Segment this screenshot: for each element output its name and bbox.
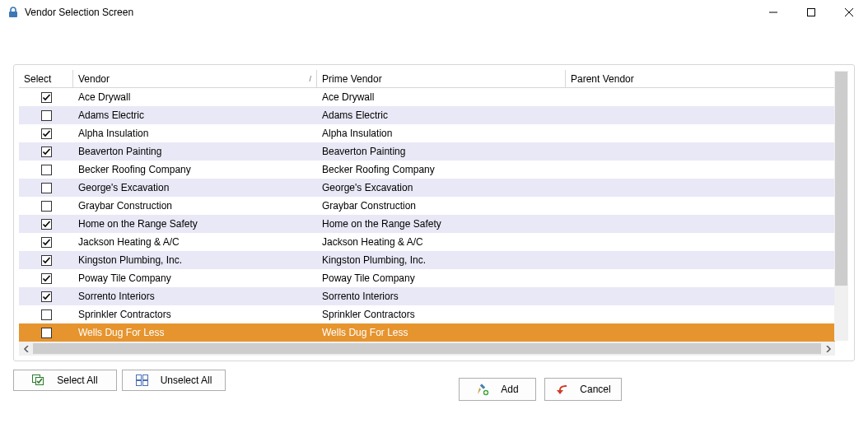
column-header-select-label: Select — [24, 73, 51, 85]
close-button[interactable] — [830, 0, 868, 25]
table-row[interactable]: Jackson Heating & A/CJackson Heating & A… — [19, 233, 835, 251]
window-title: Vendor Selection Screen — [25, 7, 133, 18]
table-row[interactable]: Becker Roofing CompanyBecker Roofing Com… — [19, 161, 835, 179]
checkbox[interactable] — [41, 309, 52, 320]
scroll-right-icon[interactable] — [821, 342, 835, 356]
column-header-prime-vendor[interactable]: Prime Vendor — [317, 70, 566, 87]
lock-icon — [7, 6, 20, 19]
checkbox[interactable] — [41, 128, 52, 139]
vendor-cell: Sprinkler Contractors — [73, 305, 317, 323]
titlebar: Vendor Selection Screen — [0, 0, 868, 25]
prime-vendor-cell: Adams Electric — [317, 106, 566, 124]
prime-vendor-cell: Beaverton Painting — [317, 142, 566, 161]
checkbox[interactable] — [41, 201, 52, 212]
bottom-bar: Select All Unselect All — [13, 361, 855, 401]
row-checkbox-cell[interactable] — [19, 106, 73, 124]
svg-marker-11 — [478, 388, 481, 394]
svg-rect-12 — [480, 384, 485, 388]
checkbox[interactable] — [41, 165, 52, 175]
svg-rect-8 — [142, 375, 147, 380]
select-all-label: Select All — [57, 375, 97, 386]
unselect-all-button[interactable]: Unselect All — [122, 370, 226, 391]
vertical-scrollbar[interactable] — [834, 71, 848, 341]
row-checkbox-cell[interactable] — [19, 88, 73, 106]
checkbox[interactable] — [41, 237, 52, 248]
table-row[interactable]: Sorrento InteriorsSorrento Interiors — [19, 287, 835, 305]
table-row[interactable]: Wells Dug For LessWells Dug For Less — [19, 323, 835, 342]
checkbox[interactable] — [41, 92, 52, 103]
row-checkbox-cell[interactable] — [19, 287, 73, 305]
vertical-scrollbar-thumb[interactable] — [835, 72, 847, 286]
parent-vendor-cell — [566, 124, 835, 142]
row-checkbox-cell[interactable] — [19, 124, 73, 142]
parent-vendor-cell — [566, 88, 835, 106]
add-icon — [476, 383, 489, 396]
column-header-parent-vendor[interactable]: Parent Vendor — [566, 70, 835, 87]
checkbox[interactable] — [41, 147, 52, 157]
table-row[interactable]: Beaverton PaintingBeaverton Painting — [19, 142, 835, 161]
checkbox[interactable] — [41, 291, 52, 302]
table-row[interactable]: Sprinkler ContractorsSprinkler Contracto… — [19, 305, 835, 323]
svg-rect-0 — [9, 12, 17, 17]
table-row[interactable]: Ace DrywallAce Drywall — [19, 88, 835, 106]
row-checkbox-cell[interactable] — [19, 251, 73, 269]
horizontal-scrollbar[interactable] — [19, 342, 835, 356]
minimize-button[interactable] — [754, 0, 792, 25]
prime-vendor-cell: Jackson Heating & A/C — [317, 233, 566, 251]
prime-vendor-cell: Alpha Insulation — [317, 124, 566, 142]
checkbox[interactable] — [41, 110, 52, 121]
checkbox[interactable] — [41, 328, 52, 338]
table-row[interactable]: George's ExcavationGeorge's Excavation — [19, 179, 835, 197]
scroll-left-icon[interactable] — [19, 342, 33, 356]
prime-vendor-cell: Sprinkler Contractors — [317, 305, 566, 323]
vendor-cell: Kingston Plumbing, Inc. — [73, 251, 317, 269]
add-button[interactable]: Add — [459, 378, 536, 401]
parent-vendor-cell — [566, 106, 835, 124]
unselect-all-icon — [136, 374, 149, 387]
vendor-cell: Becker Roofing Company — [73, 161, 317, 179]
column-header-vendor[interactable]: Vendor / — [73, 70, 317, 87]
row-checkbox-cell[interactable] — [19, 269, 73, 287]
checkbox[interactable] — [41, 183, 52, 193]
parent-vendor-cell — [566, 251, 835, 269]
prime-vendor-cell: Kingston Plumbing, Inc. — [317, 251, 566, 269]
sort-indicator-icon: / — [309, 75, 311, 83]
row-checkbox-cell[interactable] — [19, 215, 73, 233]
row-checkbox-cell[interactable] — [19, 233, 73, 251]
prime-vendor-cell: Ace Drywall — [317, 88, 566, 106]
select-all-button[interactable]: Select All — [13, 370, 117, 391]
parent-vendor-cell — [566, 305, 835, 323]
row-checkbox-cell[interactable] — [19, 179, 73, 197]
row-checkbox-cell[interactable] — [19, 323, 73, 342]
column-header-select[interactable]: Select — [19, 70, 73, 87]
table-row[interactable]: Poway Tile CompanyPoway Tile Company — [19, 269, 835, 287]
row-checkbox-cell[interactable] — [19, 197, 73, 215]
cancel-button[interactable]: Cancel — [544, 378, 622, 401]
select-all-icon — [32, 374, 45, 387]
checkbox[interactable] — [41, 273, 52, 284]
parent-vendor-cell — [566, 197, 835, 215]
table-row[interactable]: Alpha InsulationAlpha Insulation — [19, 124, 835, 142]
prime-vendor-cell: Graybar Construction — [317, 197, 566, 215]
column-header-prime-vendor-label: Prime Vendor — [322, 73, 382, 85]
grid-body: Ace DrywallAce DrywallAdams ElectricAdam… — [19, 88, 835, 342]
prime-vendor-cell: George's Excavation — [317, 179, 566, 197]
table-row[interactable]: Adams ElectricAdams Electric — [19, 106, 835, 124]
table-row[interactable]: Home on the Range SafetyHome on the Rang… — [19, 215, 835, 233]
column-header-vendor-label: Vendor — [78, 73, 110, 85]
table-row[interactable]: Graybar ConstructionGraybar Construction — [19, 197, 835, 215]
parent-vendor-cell — [566, 323, 835, 342]
row-checkbox-cell[interactable] — [19, 305, 73, 323]
cancel-icon — [555, 383, 568, 396]
row-checkbox-cell[interactable] — [19, 142, 73, 161]
add-label: Add — [501, 384, 518, 395]
row-checkbox-cell[interactable] — [19, 161, 73, 179]
table-row[interactable]: Kingston Plumbing, Inc.Kingston Plumbing… — [19, 251, 835, 269]
checkbox[interactable] — [41, 219, 52, 230]
parent-vendor-cell — [566, 215, 835, 233]
prime-vendor-cell: Home on the Range Safety — [317, 215, 566, 233]
unselect-all-label: Unselect All — [161, 375, 212, 386]
checkbox[interactable] — [41, 255, 52, 266]
maximize-button[interactable] — [792, 0, 830, 25]
svg-rect-2 — [808, 9, 815, 16]
